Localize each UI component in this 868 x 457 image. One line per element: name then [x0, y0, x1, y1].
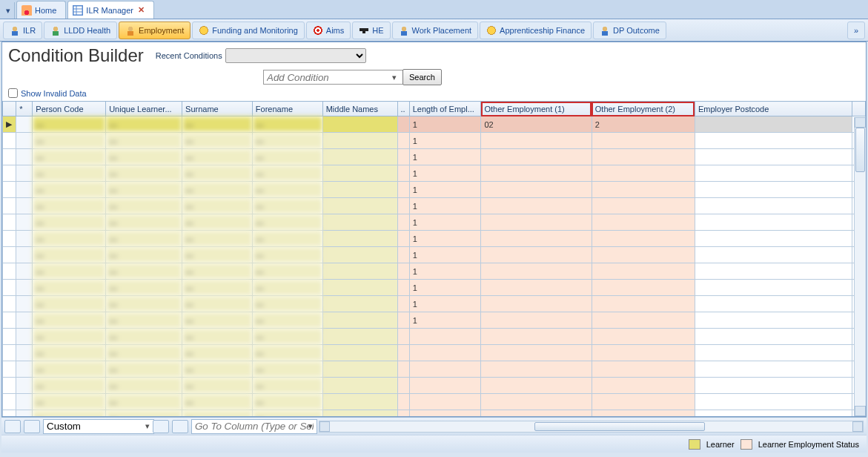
cell[interactable]: —: [252, 345, 322, 361]
cell[interactable]: [322, 410, 397, 417]
cell[interactable]: —: [252, 165, 322, 182]
cell[interactable]: —: [33, 149, 106, 165]
horizontal-scrollbar[interactable]: [319, 421, 864, 433]
cell[interactable]: —: [33, 263, 106, 280]
cell[interactable]: [481, 182, 592, 198]
col-surname[interactable]: Surname: [182, 102, 253, 116]
cell[interactable]: —: [252, 182, 322, 198]
col-person-code[interactable]: Person Code: [33, 102, 106, 116]
cell[interactable]: [481, 149, 592, 165]
cell[interactable]: [16, 296, 33, 312]
data-grid[interactable]: * Person Code Unique Learner... Surname …: [2, 101, 866, 416]
cell[interactable]: —: [33, 296, 106, 312]
cell[interactable]: —: [33, 247, 106, 263]
cell[interactable]: [3, 394, 16, 410]
cell[interactable]: [3, 214, 16, 231]
cell[interactable]: [695, 263, 852, 280]
cell[interactable]: —: [182, 214, 253, 231]
cell[interactable]: [409, 410, 481, 417]
cell[interactable]: [322, 165, 397, 182]
cell[interactable]: [695, 378, 852, 394]
cell[interactable]: —: [252, 231, 322, 247]
cell[interactable]: —: [33, 116, 106, 133]
cell[interactable]: [695, 345, 852, 361]
cell[interactable]: —: [252, 198, 322, 214]
cell[interactable]: [397, 345, 409, 361]
cell[interactable]: [695, 149, 852, 165]
cell[interactable]: [322, 312, 397, 329]
table-row[interactable]: ————: [3, 345, 866, 361]
cell[interactable]: [695, 329, 852, 345]
table-row[interactable]: ————1: [3, 247, 866, 263]
cell[interactable]: —: [106, 410, 182, 417]
cell[interactable]: [397, 378, 409, 394]
cell[interactable]: —: [182, 394, 253, 410]
cell[interactable]: —: [106, 296, 182, 312]
cell[interactable]: [695, 247, 852, 263]
cell[interactable]: —: [252, 394, 322, 410]
cell[interactable]: [592, 296, 695, 312]
cell[interactable]: [695, 182, 852, 198]
cell[interactable]: —: [182, 329, 253, 345]
cell[interactable]: [397, 149, 409, 165]
ribbon-he[interactable]: HE: [352, 22, 390, 39]
scroll-left-button[interactable]: [319, 421, 330, 432]
cell[interactable]: [397, 361, 409, 378]
cell[interactable]: 2: [592, 116, 695, 133]
table-row[interactable]: ————1: [3, 312, 866, 329]
cell[interactable]: [397, 116, 409, 133]
cell[interactable]: —: [106, 247, 182, 263]
table-row[interactable]: ————: [3, 378, 866, 394]
cell[interactable]: [592, 198, 695, 214]
cell[interactable]: —: [252, 296, 322, 312]
cell[interactable]: [397, 263, 409, 280]
cell[interactable]: [3, 165, 16, 182]
cell[interactable]: [16, 165, 33, 182]
cell[interactable]: [695, 394, 852, 410]
cell[interactable]: [322, 263, 397, 280]
cell[interactable]: 02: [481, 116, 592, 133]
cell[interactable]: —: [252, 214, 322, 231]
cell[interactable]: [3, 133, 16, 149]
cell[interactable]: [481, 329, 592, 345]
cell[interactable]: —: [252, 149, 322, 165]
col-star[interactable]: *: [16, 102, 33, 116]
cell[interactable]: [481, 280, 592, 296]
footer-mode-select[interactable]: [43, 419, 154, 434]
cell[interactable]: —: [106, 133, 182, 149]
cell[interactable]: [481, 214, 592, 231]
table-row[interactable]: ————: [3, 329, 866, 345]
cell[interactable]: [397, 247, 409, 263]
ribbon-funding[interactable]: Funding and Monitoring: [192, 22, 305, 39]
cell[interactable]: —: [106, 361, 182, 378]
table-row[interactable]: ————1: [3, 214, 866, 231]
cell[interactable]: [16, 231, 33, 247]
cell[interactable]: —: [252, 116, 322, 133]
cell[interactable]: —: [33, 410, 106, 417]
cell[interactable]: ▶: [3, 116, 16, 133]
tab-ilr-manager[interactable]: ILR Manager ✕: [67, 1, 154, 19]
cell[interactable]: [322, 198, 397, 214]
cell[interactable]: —: [106, 198, 182, 214]
cell[interactable]: [3, 378, 16, 394]
cell[interactable]: —: [106, 214, 182, 231]
cell[interactable]: 1: [409, 263, 481, 280]
cell[interactable]: 1: [409, 231, 481, 247]
ribbon-apprenticeship[interactable]: Apprenticeship Finance: [480, 22, 592, 39]
cell[interactable]: [695, 198, 852, 214]
cell[interactable]: 1: [409, 116, 481, 133]
cell[interactable]: —: [106, 231, 182, 247]
table-row[interactable]: ————: [3, 361, 866, 378]
cell[interactable]: [592, 394, 695, 410]
table-row[interactable]: ————1: [3, 296, 866, 312]
cell[interactable]: —: [182, 312, 253, 329]
cell[interactable]: [3, 231, 16, 247]
cell[interactable]: [3, 312, 16, 329]
cell[interactable]: —: [252, 312, 322, 329]
cell[interactable]: —: [106, 312, 182, 329]
cell[interactable]: —: [33, 231, 106, 247]
cell[interactable]: [397, 214, 409, 231]
cell[interactable]: —: [33, 214, 106, 231]
ribbon-lldd-health[interactable]: LLDD Health: [44, 22, 117, 39]
cell[interactable]: [695, 361, 852, 378]
